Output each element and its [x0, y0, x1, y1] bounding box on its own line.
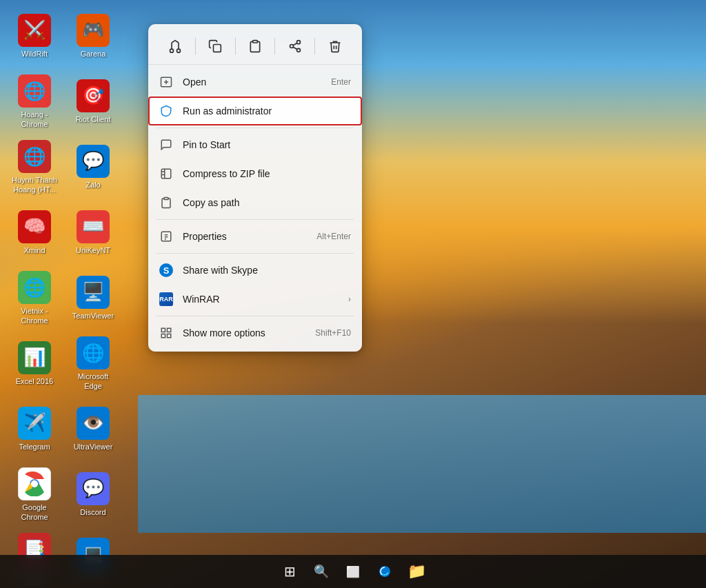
excel-label: Excel 2016 [16, 377, 53, 386]
menu-item-run-as-admin[interactable]: Run as administrator [148, 97, 362, 125]
riot-client-label: Riot Client [76, 115, 111, 124]
icon-telegram[interactable]: ✈️ Telegram [7, 400, 62, 458]
svg-point-8 [290, 45, 293, 48]
pin-icon [159, 138, 173, 152]
menu-item-pin-to-start[interactable]: Pin to Start [148, 130, 362, 159]
zalo-icon: 💬 [77, 145, 110, 178]
menu-item-open[interactable]: Open Enter [148, 68, 362, 97]
icon-ultraviewer[interactable]: 👁️ UltraViewer [65, 400, 121, 458]
icon-vietnix-chrome[interactable]: 🌐 Vietnix - Chrome [7, 269, 62, 327]
skype-icon: S [159, 263, 173, 277]
telegram-label: Telegram [19, 443, 50, 452]
winrar-icon: RAR [159, 292, 173, 306]
paste-button[interactable] [243, 34, 268, 59]
wildrift-label: WildRift [21, 50, 48, 59]
svg-line-10 [293, 47, 297, 49]
copy-button[interactable] [203, 34, 228, 59]
discord-label: Discord [80, 508, 105, 517]
run-as-admin-icon [159, 104, 173, 118]
properties-label: Properties [183, 231, 310, 242]
icon-zalo[interactable]: 💬 Zalo [65, 138, 121, 196]
svg-point-4 [177, 49, 181, 52]
pin-to-start-label: Pin to Start [183, 139, 351, 150]
ultraviewer-icon: 👁️ [77, 407, 110, 440]
taskbar-search-button[interactable]: 🔍 [307, 557, 336, 586]
icon-unikey[interactable]: ⌨️ UniKeyNT [65, 203, 121, 262]
open-icon [159, 75, 173, 89]
taskbar: ⊞ 🔍 ⬜ 📁 [0, 555, 706, 588]
svg-rect-25 [168, 328, 171, 332]
menu-item-share-skype[interactable]: S Share with Skype [148, 256, 362, 285]
menu-item-compress-zip[interactable]: Compress to ZIP file [148, 159, 362, 188]
svg-rect-26 [161, 334, 165, 338]
winrar-arrow: › [348, 294, 351, 304]
share-skype-label: Share with Skype [183, 265, 351, 276]
icon-google-chrome[interactable]: Google Chrome [7, 465, 62, 524]
svg-point-2 [31, 480, 38, 487]
toolbar-divider-1 [195, 38, 196, 54]
menu-item-copy-as-path[interactable]: Copy as path [148, 188, 362, 217]
svg-rect-5 [214, 45, 221, 52]
riot-client-icon: 🎯 [77, 79, 110, 112]
separator-3 [157, 253, 354, 254]
properties-icon [159, 230, 173, 243]
hoang-chrome-icon: 🌐 [18, 74, 51, 108]
svg-rect-15 [161, 169, 171, 179]
context-menu: Open Enter Run as administrator Pin to S… [148, 24, 362, 352]
telegram-icon: ✈️ [18, 407, 51, 440]
svg-point-7 [296, 41, 300, 44]
ultraviewer-label: UltraViewer [74, 443, 113, 452]
open-shortcut: Enter [331, 77, 351, 87]
icon-hoang-chrome[interactable]: 🌐 Hoang - Chrome [7, 72, 62, 131]
water-overlay [138, 395, 706, 533]
icon-riot-client[interactable]: 🎯 Riot Client [65, 72, 121, 131]
icon-wildrift[interactable]: ⚔️ WildRift [7, 7, 62, 65]
huynh-chrome-label: Huynh Thanh Hoang (HT... [10, 176, 59, 194]
menu-item-winrar[interactable]: RAR WinRAR › [148, 285, 362, 314]
xmind-label: Xmind [23, 246, 45, 255]
zalo-label: Zalo [85, 181, 100, 190]
icon-msedge[interactable]: 🌐 Microsoft Edge [65, 334, 121, 393]
taskbar-taskview-button[interactable]: ⬜ [339, 557, 367, 586]
icon-xmind[interactable]: 🧠 Xmind [7, 203, 62, 262]
wildrift-icon: ⚔️ [18, 14, 51, 47]
svg-point-9 [296, 48, 300, 52]
excel-icon: 📊 [18, 341, 51, 374]
teamviewer-icon: 🖥️ [77, 276, 110, 309]
icon-teamviewer[interactable]: 🖥️ TeamViewer [65, 269, 121, 327]
toolbar-divider-4 [314, 38, 315, 54]
taskbar-center: ⊞ 🔍 ⬜ 📁 [275, 557, 431, 586]
open-label: Open [183, 77, 324, 88]
svg-line-11 [293, 43, 297, 45]
run-as-admin-label: Run as administrator [183, 105, 351, 116]
msedge-label: Microsoft Edge [69, 372, 117, 390]
cut-button[interactable] [163, 34, 188, 59]
icon-garena[interactable]: 🎮 Garena [65, 7, 121, 65]
winrar-label: WinRAR [183, 294, 345, 305]
icon-excel[interactable]: 📊 Excel 2016 [7, 334, 62, 393]
show-more-label: Show more options [183, 327, 308, 338]
menu-item-show-more[interactable]: Show more options Shift+F10 [148, 318, 362, 347]
menu-item-properties[interactable]: Properties Alt+Enter [148, 222, 362, 251]
icon-discord[interactable]: 💬 Discord [65, 465, 121, 524]
share-button[interactable] [283, 34, 307, 59]
separator-1 [157, 128, 354, 128]
taskbar-explorer-button[interactable]: 📁 [402, 557, 431, 586]
unikey-label: UniKeyNT [76, 246, 110, 255]
taskbar-edge-button[interactable] [370, 557, 399, 586]
icon-huynh-chrome[interactable]: 🌐 Huynh Thanh Hoang (HT... [7, 138, 62, 196]
show-more-icon [159, 326, 173, 340]
garena-label: Garena [81, 50, 106, 59]
msedge-icon: 🌐 [77, 336, 110, 369]
copy-path-icon [159, 196, 173, 210]
show-more-shortcut: Shift+F10 [315, 328, 351, 338]
google-chrome-icon [18, 467, 51, 500]
properties-shortcut: Alt+Enter [316, 232, 351, 241]
compress-zip-icon [159, 167, 173, 181]
context-toolbar [148, 28, 362, 65]
google-chrome-label: Google Chrome [10, 503, 59, 521]
delete-button[interactable] [323, 34, 347, 59]
separator-2 [157, 219, 354, 220]
taskbar-start-button[interactable]: ⊞ [275, 557, 304, 586]
toolbar-divider-2 [235, 38, 236, 54]
